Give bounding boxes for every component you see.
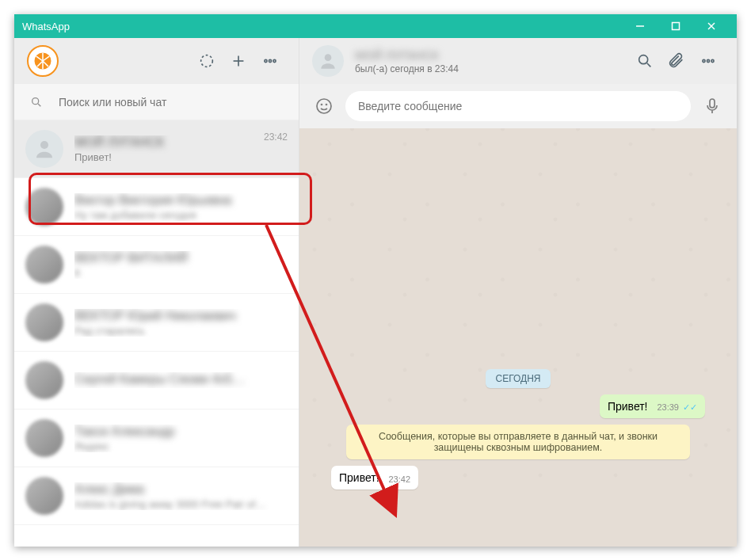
message-text: Привет! [608, 400, 648, 413]
chat-item[interactable]: Сергей Камеры Сяоми 4х5… [14, 352, 299, 410]
chat-messages: СЕГОДНЯ Привет! 23:39 ✓✓ Сообщения, кото… [299, 84, 737, 502]
svg-point-20 [317, 99, 331, 113]
app-body: МОЙ ЛУГАНСК Привет! 23:42 Вектор Виктори… [14, 38, 737, 547]
contact-avatar[interactable] [312, 45, 344, 77]
svg-point-18 [707, 59, 709, 62]
avatar [25, 188, 63, 226]
avatar [25, 419, 63, 457]
svg-point-14 [325, 54, 332, 61]
mic-icon[interactable] [699, 93, 726, 120]
menu-icon[interactable] [254, 45, 286, 77]
message-input[interactable] [345, 91, 691, 121]
avatar [25, 477, 63, 515]
chat-preview: К [74, 267, 288, 279]
contact-name: МОЙ ЛУГАНСК [355, 48, 629, 62]
chat-list: МОЙ ЛУГАНСК Привет! 23:42 Вектор Виктори… [14, 120, 299, 547]
svg-rect-1 [672, 23, 679, 30]
chat-preview: Яндекс [74, 440, 288, 452]
chat-preview: Ну там добавили сегодня [74, 209, 288, 221]
svg-line-12 [38, 104, 40, 106]
chat-menu-icon[interactable] [692, 45, 724, 77]
svg-line-16 [647, 63, 651, 67]
message-text: Привет! [339, 471, 379, 484]
date-badge: СЕГОДНЯ [486, 369, 550, 388]
app-window: WhatsApp МОЙ [14, 14, 737, 547]
svg-point-17 [703, 59, 705, 62]
svg-rect-23 [710, 99, 715, 108]
chat-item-active[interactable]: МОЙ ЛУГАНСК Привет! 23:42 [14, 120, 299, 178]
chat-panel: МОЙ ЛУГАНСК был(-а) сегодня в 23:44 СЕГО… [299, 38, 737, 547]
titlebar: WhatsApp [14, 14, 737, 38]
svg-point-8 [265, 59, 267, 62]
new-chat-icon[interactable] [223, 45, 254, 77]
chat-name: Сергей Камеры Сяоми 4х5… [74, 372, 288, 387]
svg-point-5 [201, 55, 213, 67]
sidebar-header [14, 38, 299, 84]
read-check-icon: ✓✓ [680, 402, 697, 412]
chat-preview: Рад старались [74, 325, 288, 337]
avatar [25, 361, 63, 399]
chat-item[interactable]: Такси АлександрЯндекс [14, 410, 299, 467]
close-button[interactable] [693, 14, 729, 38]
chat-time: 23:42 [264, 131, 288, 143]
chat-preview: Adidas is giving away 3000 Free Pair of… [74, 498, 288, 510]
chat-item[interactable]: ВЕКТОР Юрий НиколаевичРад старались [14, 294, 299, 352]
svg-point-11 [32, 97, 39, 104]
encryption-notice: Сообщения, которые вы отправляете в данн… [346, 425, 690, 459]
user-avatar[interactable] [27, 45, 59, 77]
message-meta: 23:42 [388, 474, 410, 484]
svg-point-22 [326, 105, 327, 105]
chat-name: Такси Александр [74, 425, 288, 439]
chat-name: ВЕКТОР ВИТАЛИЙ [74, 251, 288, 265]
chat-item[interactable]: ВЕКТОР ВИТАЛИЙК [14, 236, 299, 294]
svg-point-21 [322, 105, 322, 105]
chat-header: МОЙ ЛУГАНСК был(-а) сегодня в 23:44 [299, 38, 737, 84]
orange-icon [32, 50, 54, 72]
emoji-icon[interactable] [311, 93, 337, 120]
message-meta: 23:39 ✓✓ [657, 402, 697, 413]
message-in[interactable]: Привет! 23:42 [331, 466, 418, 490]
search-row [14, 84, 299, 120]
message-out[interactable]: Привет! 23:39 ✓✓ [600, 394, 705, 418]
chat-item[interactable]: Алекс ДимаAdidas is giving away 3000 Fre… [14, 467, 299, 525]
status-icon[interactable] [191, 45, 223, 77]
svg-point-19 [711, 59, 714, 62]
chat-preview: Привет! [74, 151, 288, 163]
chat-name: Вектор Виктория Юрьевна [74, 193, 288, 208]
contact-status: был(-а) сегодня в 23:44 [355, 63, 629, 74]
avatar [25, 130, 63, 168]
search-chat-icon[interactable] [629, 45, 661, 77]
minimize-button[interactable] [622, 14, 658, 38]
avatar [25, 246, 63, 284]
chat-name: ВЕКТОР Юрий Николаевич [74, 309, 288, 323]
search-input[interactable] [48, 96, 288, 109]
app-title: WhatsApp [22, 21, 622, 32]
search-icon [25, 96, 48, 109]
chat-item[interactable]: Вектор Виктория ЮрьевнаНу там добавили с… [14, 178, 299, 236]
avatar [25, 303, 63, 341]
chat-name: Алекс Дима [74, 482, 288, 497]
svg-point-9 [269, 59, 271, 62]
svg-point-13 [40, 141, 48, 149]
attach-icon[interactable] [661, 45, 692, 77]
message-input-bar [299, 84, 737, 128]
maximize-button[interactable] [658, 14, 693, 38]
svg-point-10 [273, 59, 276, 62]
sidebar: МОЙ ЛУГАНСК Привет! 23:42 Вектор Виктори… [14, 38, 299, 547]
chat-name: МОЙ ЛУГАНСК [74, 135, 288, 150]
svg-point-15 [639, 55, 648, 64]
